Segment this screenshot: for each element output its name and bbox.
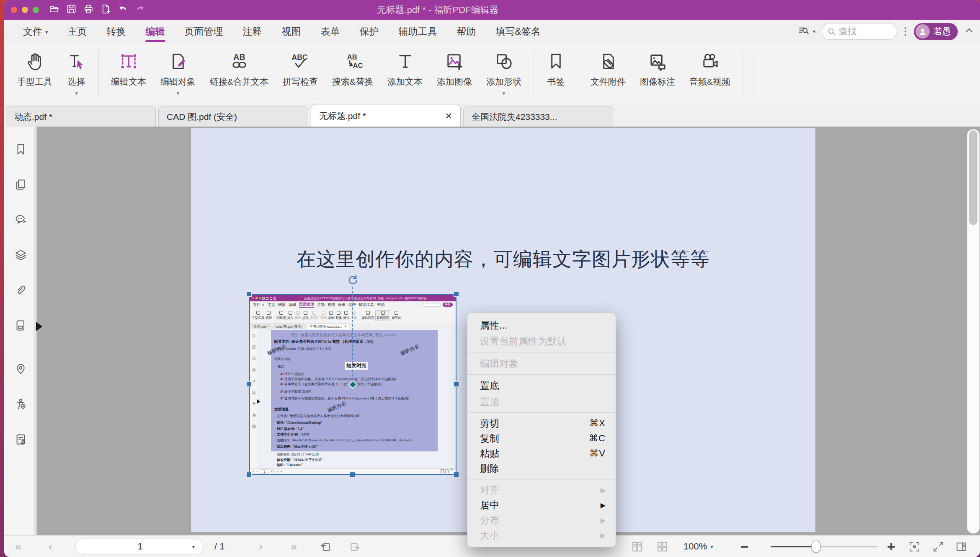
link-merge-icon: AB bbox=[230, 49, 249, 73]
document-tab-3[interactable]: 无标题.pdf *✕ bbox=[311, 105, 461, 127]
resize-handle-mid-right[interactable] bbox=[454, 381, 459, 387]
toolbar-button-add-image[interactable]: 添加图像 bbox=[430, 49, 479, 97]
menu-tab-帮助[interactable]: 帮助 bbox=[457, 25, 476, 38]
dropdown-caret-icon[interactable]: ▾ bbox=[75, 91, 78, 97]
toolbar-button-spell-check[interactable]: ABC拼写检查 bbox=[276, 49, 325, 97]
toolbar-button-attach-file[interactable]: 文件附件 bbox=[583, 49, 633, 97]
advanced-search-icon[interactable] bbox=[797, 24, 810, 39]
menu-tab-主页[interactable]: 主页 bbox=[68, 25, 87, 38]
document-tab-2[interactable]: CAD 图.pdf (安全) bbox=[158, 106, 308, 127]
menu-tab-页面管理[interactable]: 页面管理 bbox=[185, 25, 223, 38]
resize-handle-bottom-left[interactable] bbox=[246, 472, 252, 477]
menu-tab-编辑[interactable]: 编辑 bbox=[146, 25, 165, 38]
context-menu-item-居中[interactable]: 居中▶ bbox=[467, 497, 616, 513]
sidebar-panel-bookmark-icon[interactable] bbox=[14, 142, 28, 156]
previous-view-button[interactable] bbox=[319, 536, 332, 557]
new-document-icon[interactable] bbox=[100, 3, 111, 16]
page-list-caret-icon[interactable]: ▾ bbox=[192, 544, 195, 550]
toolbar-button-audio-video[interactable]: 音频&视频 bbox=[682, 49, 738, 97]
menu-tab-辅助工具[interactable]: 辅助工具 bbox=[399, 25, 437, 38]
mini-center-label: 短发时光 bbox=[345, 362, 368, 370]
resize-handle-bottom-mid[interactable] bbox=[350, 472, 355, 477]
first-page-button[interactable]: « bbox=[15, 536, 21, 557]
menu-tab-文件[interactable]: 文件▾ bbox=[23, 25, 48, 38]
fit-page-button[interactable] bbox=[908, 536, 921, 557]
next-view-button[interactable] bbox=[348, 536, 361, 557]
resize-handle-top-right[interactable] bbox=[454, 291, 459, 297]
toolbar-button-edit-text[interactable]: 编辑文本 bbox=[104, 49, 153, 97]
toolbar-button-add-text[interactable]: 添加文本 bbox=[380, 49, 430, 97]
panel-expand-arrow[interactable] bbox=[36, 322, 47, 331]
user-account-button[interactable]: 若愚 bbox=[914, 23, 958, 40]
menu-tab-保护[interactable]: 保护 bbox=[360, 25, 379, 38]
menu-tab-转换[interactable]: 转换 bbox=[107, 25, 126, 38]
close-tab-icon[interactable]: ✕ bbox=[445, 111, 452, 121]
fullscreen-button[interactable] bbox=[932, 536, 945, 557]
dropdown-caret-icon[interactable]: ▾ bbox=[177, 91, 180, 97]
sidebar-panel-pages-icon[interactable] bbox=[14, 178, 28, 192]
print-icon[interactable] bbox=[83, 3, 94, 16]
toolbar-button-search-replace[interactable]: ABAC搜索&替换 bbox=[325, 49, 380, 97]
vertical-scrollbar[interactable] bbox=[967, 129, 980, 534]
page-number-box[interactable]: ▾ bbox=[75, 539, 204, 554]
last-page-button[interactable]: » bbox=[291, 536, 297, 557]
menu-tab-注释[interactable]: 注释 bbox=[243, 25, 262, 38]
resize-handle-top-left[interactable] bbox=[246, 291, 252, 297]
resize-handle-mid-left[interactable] bbox=[246, 381, 252, 387]
toolbar-button-link-merge[interactable]: AB链接&合并文本 bbox=[203, 49, 276, 97]
toolbar-button-edit-object[interactable]: 编辑对象▾ bbox=[153, 49, 203, 97]
facing-page-layout-button[interactable] bbox=[656, 536, 669, 557]
menu-tab-填写&签名[interactable]: 填写&签名 bbox=[496, 25, 541, 38]
sidebar-panel-comment-icon[interactable] bbox=[14, 213, 28, 227]
open-folder-icon[interactable] bbox=[49, 3, 60, 16]
zoom-window-button[interactable] bbox=[33, 7, 39, 13]
redo-icon[interactable] bbox=[134, 3, 146, 16]
toolbar-button-select[interactable]: 选择▾ bbox=[59, 49, 93, 97]
toolbar-button-image-callout[interactable]: 图像标注 bbox=[633, 49, 682, 97]
save-icon[interactable] bbox=[66, 3, 77, 16]
resize-handle-bottom-right[interactable] bbox=[454, 472, 459, 477]
previous-page-button[interactable]: ‹ bbox=[49, 536, 52, 557]
context-menu-item-剪切[interactable]: 剪切⌘X bbox=[467, 416, 616, 431]
context-menu-item-置底[interactable]: 置底 bbox=[467, 378, 616, 394]
rotate-handle-icon[interactable] bbox=[346, 274, 359, 288]
zoom-out-button[interactable]: − bbox=[740, 536, 749, 557]
sidebar-panel-form-icon[interactable] bbox=[14, 319, 28, 332]
context-menu-item-删除[interactable]: 删除 bbox=[467, 461, 616, 476]
toolbar-button-add-shape[interactable]: 添加形状▾ bbox=[479, 49, 529, 97]
context-menu-item-属性...[interactable]: 属性... bbox=[467, 317, 616, 333]
close-window-button[interactable] bbox=[11, 7, 17, 13]
search-mode-caret-icon[interactable]: ▾ bbox=[813, 28, 815, 34]
context-menu-item-粘贴[interactable]: 粘贴⌘V bbox=[467, 446, 616, 461]
reading-mode-button[interactable] bbox=[955, 536, 968, 557]
context-menu-item-复制[interactable]: 复制⌘C bbox=[467, 431, 616, 446]
sidebar-panel-clip-icon[interactable] bbox=[14, 283, 28, 297]
zoom-level-button[interactable]: 100% ▾ bbox=[683, 536, 713, 557]
page-heading-text[interactable]: 在这里创作你的内容，可编辑文字图片形状等等 bbox=[191, 246, 815, 272]
menu-tab-表单[interactable]: 表单 bbox=[321, 25, 340, 38]
zoom-slider-thumb[interactable] bbox=[811, 540, 821, 553]
mini-toolbar-label: 提取 bbox=[302, 316, 309, 320]
toolbar-button-bookmark[interactable]: 书签 bbox=[539, 49, 573, 97]
vertical-scrollbar-thumb[interactable] bbox=[969, 130, 977, 225]
sidebar-panel-pin-icon[interactable] bbox=[14, 362, 28, 376]
undo-icon[interactable] bbox=[117, 3, 129, 16]
dropdown-caret-icon[interactable]: ▾ bbox=[503, 91, 505, 97]
sidebar-panel-sign-icon[interactable] bbox=[14, 433, 28, 446]
toolbar-button-hand[interactable]: 手型工具 bbox=[10, 49, 59, 97]
search-input[interactable] bbox=[839, 26, 884, 36]
minimize-window-button[interactable] bbox=[22, 7, 28, 13]
document-tab-1[interactable]: 动态.pdf * bbox=[6, 106, 156, 127]
next-page-button[interactable]: › bbox=[259, 536, 263, 557]
sidebar-panel-access-icon[interactable] bbox=[14, 397, 28, 411]
menu-tab-视图[interactable]: 视图 bbox=[282, 25, 301, 38]
document-tab-4[interactable]: 全国法院失4233333... bbox=[463, 106, 613, 127]
single-page-layout-button[interactable] bbox=[631, 536, 644, 557]
page-number-input[interactable] bbox=[76, 541, 192, 552]
collapse-toolbar-chevron-icon[interactable] bbox=[964, 26, 974, 37]
find-search-box[interactable] bbox=[822, 23, 897, 40]
more-options-kebab-icon[interactable] bbox=[903, 27, 908, 36]
zoom-in-button[interactable]: + bbox=[887, 536, 895, 557]
zoom-slider[interactable] bbox=[771, 546, 878, 547]
sidebar-panel-layers-icon[interactable] bbox=[14, 248, 28, 262]
